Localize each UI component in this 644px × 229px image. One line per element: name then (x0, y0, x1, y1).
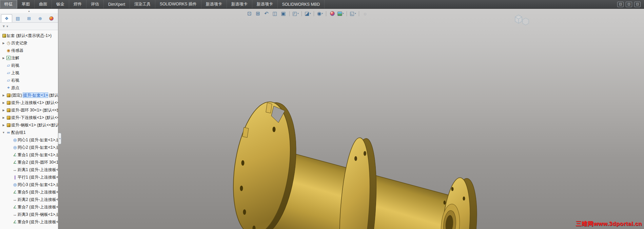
tree-item-label: 配合组1 (11, 130, 26, 136)
previous-view-button[interactable]: ↶ (262, 10, 270, 17)
feature-manager-panel: ▴ ❖ ▤ ⊞ ⊕ ▼ ▾ 缸套 (默认<显示状态-1>) ▶ ◷ 历史记录 (0, 9, 58, 229)
tree-item-mate-parallel-1[interactable]: ∥ 平行1 (提升-上连接板<1 (0, 173, 58, 181)
chevron-right-icon[interactable]: ▶ (1, 57, 6, 60)
3d-model-cylinder-assembly (58, 9, 644, 229)
menu-tab-new-tab-1[interactable]: 新选项卡 (201, 0, 227, 8)
chevron-down-icon[interactable]: ▾ (6, 24, 8, 28)
edit-appearance-icon (330, 11, 335, 16)
tree-item-annotations[interactable]: ▶ A 注解 (0, 54, 58, 62)
view-orientation-button[interactable]: ◰▾ (292, 10, 299, 17)
heads-up-toolbar: ⊡ ⊞ ↶ ◫ ▣ ◰▾ ◪▾ ◉▾ ▾ ◱▾ ○ (246, 10, 369, 17)
tree-item-history[interactable]: ▶ ◷ 历史记录 (0, 39, 58, 47)
display-style-icon: ◪ (305, 11, 309, 17)
tree-item-component-ring-30[interactable]: ▶ 提升-圆环 30<1> (默认<<默 (0, 106, 58, 114)
zoom-to-fit-button[interactable]: ⊡ (246, 10, 253, 17)
distance-mate-icon: ↔ (12, 197, 18, 202)
filter-funnel-icon[interactable]: ▼ (2, 24, 5, 28)
command-manager-tabs: 特征 草图 曲面 钣金 焊件 评估 DimXpert 渲染工具 SOLIDWOR… (0, 0, 644, 9)
apply-scene-button[interactable]: ▾ (337, 10, 345, 17)
menu-tab-solidworks-addins[interactable]: SOLIDWORKS 插件 (155, 0, 201, 8)
view-settings-button[interactable]: ◱▾ (349, 10, 357, 17)
drawing-view-icon: ▣ (281, 11, 286, 17)
tree-item-label: 距离2 (提升-上连接板<1 (18, 197, 58, 203)
tree-item-mate-concentric-1[interactable]: ◎ 同心1 (提升-缸套<1>,提 (0, 136, 58, 144)
edit-appearance-button[interactable] (328, 10, 336, 17)
tree-item-mate-concentric-3[interactable]: ◎ 同心3 (提升-缸套<1>,提 (0, 181, 58, 188)
menu-tab-evaluate[interactable]: 评估 (86, 0, 104, 8)
chevron-right-icon[interactable]: ▶ (1, 116, 6, 119)
tree-item-component-lower-plate[interactable]: ▶ 提升-下连接板<1> (默认<< (0, 114, 58, 121)
tree-item-origin[interactable]: ⌖ 原点 (0, 84, 58, 91)
toolbar-separator (326, 11, 326, 16)
tree-item-mate-coincident-9[interactable]: ∠ 重合9 (提升-上连接板<1 (0, 218, 58, 226)
solidworks-window: 特征 草图 曲面 钣金 焊件 评估 DimXpert 渲染工具 SOLIDWOR… (0, 0, 644, 229)
panel-splitter-handle[interactable]: ◂ (58, 133, 61, 144)
part-icon (6, 101, 11, 105)
tree-item-top-plane[interactable]: ▱ 上视 (0, 69, 58, 77)
hide-show-icon: ◉ (317, 11, 321, 17)
window-pane-icon-1[interactable]: ⊡ (617, 2, 624, 7)
tab-configuration-manager[interactable]: ⊞ (23, 14, 35, 22)
window-pane-icon-3[interactable]: ⊡ (634, 2, 641, 7)
toolbar-separator (359, 11, 359, 16)
tree-item-component-upper-plate[interactable]: ▶ 提升-上连接板<1> (默认<< (0, 99, 58, 106)
concentric-mate-icon: ◎ (12, 138, 18, 142)
part-icon (6, 123, 11, 127)
label-prefix: (固定) (11, 93, 23, 98)
tree-item-mate-distance-3[interactable]: ↔ 距离3 (提升-钢板<1>,提 (0, 211, 58, 218)
toolbar-separator (347, 11, 347, 16)
tree-item-mate-distance-1[interactable]: ↔ 距离1 (提升-上连接板<1 (0, 166, 58, 173)
tab-property-manager[interactable]: ▤ (12, 14, 23, 22)
menu-tab-sketch[interactable]: 草图 (17, 0, 35, 8)
drawing-view-button[interactable]: ▣ (279, 10, 287, 17)
menu-tab-weldments[interactable]: 焊件 (69, 0, 86, 8)
menu-tab-features[interactable]: 特征 (0, 0, 17, 8)
window-pane-icon-2[interactable]: ⊡ (626, 2, 632, 7)
dimxpert-manager-icon: ⊕ (38, 16, 42, 21)
chevron-right-icon[interactable]: ▶ (1, 109, 6, 112)
tree-item-mate-coincident-2[interactable]: ∠ 重合2 (提升-圆环 30<1> (0, 159, 58, 166)
section-view-button[interactable]: ◫ (271, 10, 279, 17)
menu-tab-dimxpert[interactable]: DimXpert (104, 0, 130, 8)
plane-icon: ▱ (6, 63, 11, 68)
menu-tab-new-tab-3[interactable]: 新选项卡 (252, 0, 278, 8)
hide-show-items-button[interactable]: ◉▾ (316, 10, 324, 17)
tree-item-component-steel-plate[interactable]: ▶ 提升-钢板<1> (默认<<默认: (0, 121, 58, 129)
tree-item-front-plane[interactable]: ▱ 前视 (0, 62, 58, 69)
chevron-right-icon[interactable]: ▶ (1, 124, 6, 127)
menu-tab-new-tab-2[interactable]: 新选项卡 (227, 0, 252, 8)
tree-item-mate-coincident-7[interactable]: ∠ 重合7 (提升-上连接板<1 (0, 203, 58, 211)
tab-dimxpert-manager[interactable]: ⊕ (35, 14, 46, 22)
tree-item-sensors[interactable]: ◉ 传感器 (0, 47, 58, 54)
view-cube-icon[interactable] (512, 12, 532, 27)
menu-tab-surfaces[interactable]: 曲面 (35, 0, 52, 8)
tree-item-mate-coincident-1[interactable]: ∠ 重合1 (提升-缸套<1>,提 (0, 151, 58, 159)
chevron-right-icon[interactable]: ▶ (1, 101, 6, 104)
tree-item-mate-concentric-2[interactable]: ◎ 同心2 (提升-缸套<1>,提 (0, 144, 58, 151)
graphics-area[interactable]: ⊡ ⊞ ↶ ◫ ▣ ◰▾ ◪▾ ◉▾ ▾ ◱▾ ○ (58, 9, 644, 229)
tree-item-component-cylinder-sleeve[interactable]: ▶ (固定) 提升-缸套<1> (默认< (0, 91, 58, 99)
tree-item-mate-distance-2[interactable]: ↔ 距离2 (提升-上连接板<1 (0, 196, 58, 203)
tab-feature-manager[interactable]: ❖ (1, 14, 12, 22)
sensors-icon: ◉ (6, 48, 11, 53)
rotate-view-button[interactable]: ○ (361, 10, 369, 17)
zoom-to-area-button[interactable]: ⊞ (254, 10, 262, 17)
chevron-down-icon[interactable]: ▼ (1, 131, 6, 134)
filter-bar: ▼ ▾ (0, 23, 58, 30)
coincident-mate-icon: ∠ (12, 190, 18, 194)
menu-tab-render-tools[interactable]: 渲染工具 (130, 0, 155, 8)
chevron-right-icon[interactable]: ▶ (1, 42, 6, 45)
menu-tab-sheet-metal[interactable]: 钣金 (52, 0, 69, 8)
display-style-button[interactable]: ◪▾ (304, 10, 312, 17)
menu-tab-solidworks-mbd[interactable]: SOLIDWORKS MBD (278, 0, 325, 8)
tree-item-label: 右视 (11, 78, 19, 83)
tree-item-right-plane[interactable]: ▱ 右视 (0, 77, 58, 84)
manager-tabs: ❖ ▤ ⊞ ⊕ (0, 13, 58, 23)
tree-item-assembly-root[interactable]: 缸套 (默认<显示状态-1>) (0, 32, 58, 39)
rotate-view-icon: ○ (364, 11, 367, 17)
scroll-up-icon[interactable]: ▴ (0, 9, 58, 13)
tree-item-mate-coincident-5[interactable]: ∠ 重合5 (提升-上连接板<1 (0, 188, 58, 196)
chevron-right-icon[interactable]: ▶ (1, 94, 6, 97)
tree-item-mates-group[interactable]: ▼ ∞ 配合组1 (0, 129, 58, 136)
tab-display-manager[interactable] (46, 14, 57, 22)
